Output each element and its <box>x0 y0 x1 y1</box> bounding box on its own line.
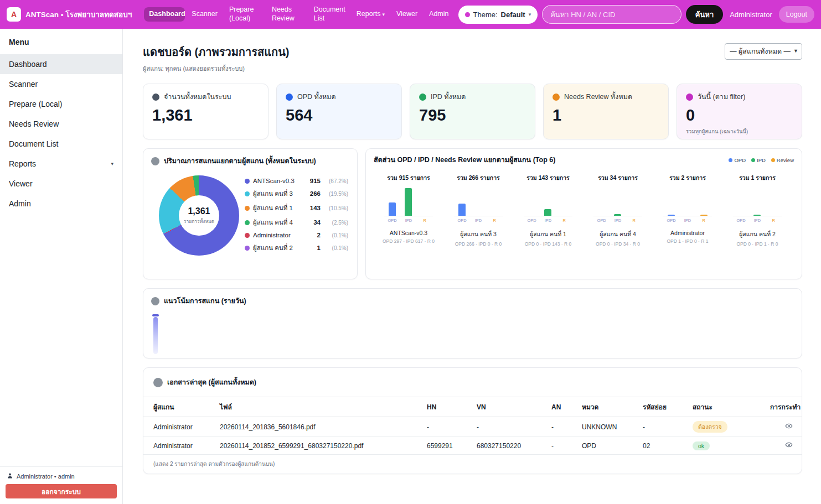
search-input[interactable] <box>542 5 681 24</box>
scanner-filter-select[interactable]: — ผู้สแกนทั้งหมด — <box>725 43 802 60</box>
legend-row: ผู้สแกน คนที่ 3266(19.5%) <box>245 186 348 201</box>
sidebar-item[interactable]: Scanner <box>0 74 122 94</box>
mini-chart-axis: OPDIPDR <box>384 218 433 223</box>
user-icon <box>7 472 13 480</box>
trend-chart <box>151 309 794 356</box>
sidebar-item[interactable]: Dashboard <box>0 54 122 74</box>
sidebar-item[interactable]: Viewer <box>0 174 122 194</box>
table-cell-action <box>766 437 802 455</box>
table-cell: OPD <box>577 437 638 455</box>
sidebar-item[interactable]: Admin <box>0 194 122 214</box>
mini-chart-bars <box>733 185 782 216</box>
sidebar-item[interactable]: Prepare (Local) <box>0 94 122 114</box>
search-button[interactable]: ค้นหา <box>686 5 723 24</box>
scanner-mini-chart: รวม 1 รายการOPDIPDRผู้สแกน คนที่ 2OPD 0 … <box>722 173 792 247</box>
chevron-down-icon: ▾ <box>383 12 385 17</box>
sidebar-item[interactable]: Needs Review <box>0 114 122 134</box>
nav-item[interactable]: Admin <box>424 7 453 22</box>
nav-item[interactable]: Reports▾ <box>352 7 390 22</box>
sidebar-item-label: Viewer <box>9 179 33 188</box>
stat-card: วันนี้ (ตาม filter)0รวมทุกผู้สแกน (เฉพาะ… <box>677 84 802 139</box>
mini-detail: OPD 1 · IPD 0 · R 1 <box>667 238 708 244</box>
opd-bar <box>668 215 675 216</box>
stat-card: Needs Review ทั้งหมด1 <box>543 84 669 139</box>
navbar-menu: DashboardScannerPrepare (Local)Needs Rev… <box>144 3 453 25</box>
sidebar-item-label: Admin <box>9 199 31 208</box>
legend-percent: (0.1%) <box>324 245 348 251</box>
axis-label: IPD <box>470 218 486 223</box>
logout-button[interactable]: Logout <box>779 6 814 23</box>
axis-label: OPD <box>733 218 749 223</box>
legend-percent: (2.5%) <box>324 220 348 226</box>
legend-row: ผู้สแกน คนที่ 434(2.5%) <box>245 215 348 230</box>
nav-item-label: Scanner <box>192 10 218 18</box>
table-cell: - <box>422 417 472 437</box>
stat-dot-icon <box>286 93 293 101</box>
docs-table-body: Administrator20260114_201836_5601846.pdf… <box>143 417 802 455</box>
ipd-bar <box>405 188 412 216</box>
trend-data-point <box>152 314 159 316</box>
legend-label: ผู้สแกน คนที่ 1 <box>253 203 307 213</box>
legend-row: ผู้สแกน คนที่ 21(0.1%) <box>245 241 348 255</box>
view-document-button[interactable] <box>785 441 793 450</box>
axis-label: R <box>417 218 433 223</box>
nav-item-label: Dashboard <box>149 10 185 18</box>
column-header: การกระทำ <box>766 397 802 417</box>
nav-item[interactable]: Prepare (Local) <box>224 3 265 25</box>
sidebar-nav: DashboardScannerPrepare (Local)Needs Rev… <box>0 54 122 466</box>
scanner-mini-chart: รวม 2 รายการOPDIPDRAdministratorOPD 1 · … <box>653 173 722 247</box>
bar-slot <box>696 185 712 216</box>
legend-label: ผู้สแกน คนที่ 2 <box>253 243 314 253</box>
bar-slot <box>679 185 695 216</box>
mini-chart-bars <box>593 185 642 216</box>
recent-documents-panel: เอกสารล่าสุด (ผู้สแกนทั้งหมด) ผู้สแกนไฟล… <box>143 367 802 474</box>
bar-slot <box>593 185 610 216</box>
stat-label: Needs Review ทั้งหมด <box>564 91 632 102</box>
axis-label: R <box>766 218 782 223</box>
donut-center: 1,361 รายการทั้งหมด <box>179 195 219 236</box>
scanner-mini-chart: รวม 143 รายการOPDIPDRผู้สแกน คนที่ 1OPD … <box>513 173 583 247</box>
legend-value: 915 <box>310 178 321 184</box>
table-cell-status: ok <box>688 437 766 455</box>
nav-item[interactable]: Needs Review <box>267 3 307 25</box>
nav-item[interactable]: Scanner <box>187 7 223 22</box>
stat-sublabel: รวมทุกผู้สแกน (เฉพาะวันนี้) <box>686 127 793 136</box>
stat-dot-icon <box>553 93 560 101</box>
bar-slot <box>663 185 679 216</box>
sidebar-logout-button[interactable]: ออกจากระบบ <box>6 484 117 498</box>
ipd-bar <box>544 209 551 216</box>
axis-label: OPD <box>524 218 540 223</box>
mini-scanner-name: ANTScan-v0.3 <box>390 230 427 236</box>
scanner-mini-chart: รวม 266 รายการOPDIPDRผู้สแกน คนที่ 3OPD … <box>443 173 513 247</box>
sidebar-footer: Administrator • admin ออกจากระบบ <box>0 466 122 504</box>
scan-volume-panel: ปริมาณการสแกนแยกตามผู้สแกน (ทั้งหมดในระบ… <box>143 148 358 279</box>
column-header: หมวด <box>577 397 638 417</box>
stat-value: 1,361 <box>152 106 259 124</box>
bar-slot <box>470 185 486 216</box>
opd-bar <box>458 204 466 216</box>
legend-label: ANTScan-v0.3 <box>253 178 307 184</box>
ipd-bar <box>753 215 761 216</box>
top6-legend: OPDIPDReview <box>729 157 794 163</box>
documents-footer-note: (แสดง 2 รายการล่าสุด ตามตัวกรองผู้สแกนด้… <box>143 455 802 470</box>
mini-chart-bars <box>663 185 712 216</box>
column-header: รหัสย่อย <box>638 397 688 417</box>
theme-selector[interactable]: Theme: Default ▾ <box>458 6 538 24</box>
sidebar-item[interactable]: Reports▾ <box>0 154 122 174</box>
navbar: A ANTScan • โรงพยาบาลทดสอบฯ DashboardSca… <box>0 0 821 29</box>
nav-item[interactable]: Dashboard <box>144 7 185 22</box>
legend-dot-icon <box>245 179 250 184</box>
legend-value: 266 <box>310 190 321 197</box>
nav-item-label: Prepare (Local) <box>229 6 254 22</box>
nav-item[interactable]: Viewer <box>391 7 422 22</box>
stat-card-header: Needs Review ทั้งหมด <box>553 91 659 102</box>
view-document-button[interactable] <box>785 422 793 432</box>
sidebar-item-label: Document List <box>9 139 58 148</box>
legend-row: ANTScan-v0.3915(67.2%) <box>245 175 348 186</box>
column-header: สถานะ <box>688 397 766 417</box>
status-badge: ต้องตรวจ <box>693 421 727 433</box>
table-cell: - <box>638 417 688 437</box>
sidebar-item[interactable]: Document List <box>0 134 122 154</box>
mini-scanner-name: ผู้สแกน คนที่ 2 <box>739 230 776 239</box>
nav-item[interactable]: Document List <box>309 3 350 25</box>
